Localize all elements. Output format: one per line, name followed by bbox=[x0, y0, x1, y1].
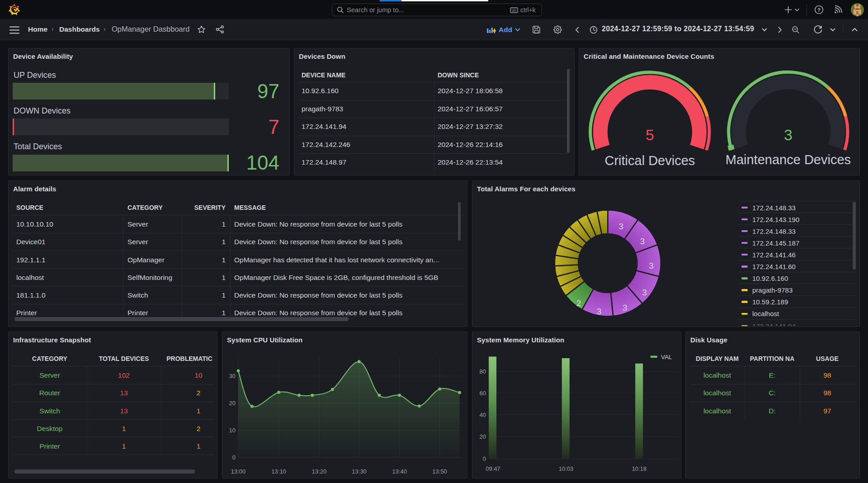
svg-text:20: 20 bbox=[229, 400, 236, 407]
svg-text:40: 40 bbox=[480, 412, 486, 418]
svg-text:0: 0 bbox=[483, 455, 486, 462]
svg-text:VAL: VAL bbox=[661, 354, 672, 360]
svg-text:5: 5 bbox=[646, 126, 654, 143]
svg-text:09:47: 09:47 bbox=[486, 465, 500, 472]
svg-text:13:30: 13:30 bbox=[352, 468, 367, 475]
svg-text:0: 0 bbox=[232, 454, 236, 461]
svg-text:3: 3 bbox=[649, 261, 654, 270]
svg-text:Critical Devices: Critical Devices bbox=[604, 153, 695, 168]
svg-text:3: 3 bbox=[623, 303, 627, 313]
svg-text:3: 3 bbox=[642, 288, 647, 297]
svg-text:20: 20 bbox=[480, 433, 486, 440]
svg-text:2: 2 bbox=[576, 298, 581, 308]
svg-text:60: 60 bbox=[480, 390, 486, 397]
svg-text:Maintenance Devices: Maintenance Devices bbox=[726, 152, 851, 167]
svg-text:30: 30 bbox=[229, 373, 236, 379]
svg-text:13:40: 13:40 bbox=[392, 468, 407, 475]
svg-text:3: 3 bbox=[640, 237, 645, 246]
svg-text:13:20: 13:20 bbox=[312, 468, 327, 475]
svg-text:80: 80 bbox=[480, 368, 486, 375]
svg-text:?: ? bbox=[817, 7, 821, 13]
svg-text:13:00: 13:00 bbox=[231, 468, 246, 475]
svg-text:10:03: 10:03 bbox=[559, 465, 574, 472]
svg-text:3: 3 bbox=[619, 222, 624, 231]
svg-text:3: 3 bbox=[784, 126, 793, 143]
svg-text:13:10: 13:10 bbox=[271, 468, 286, 475]
svg-text:3: 3 bbox=[597, 307, 602, 316]
svg-text:10: 10 bbox=[229, 427, 236, 434]
svg-text:13:50: 13:50 bbox=[432, 468, 447, 475]
svg-text:10:18: 10:18 bbox=[632, 465, 647, 472]
